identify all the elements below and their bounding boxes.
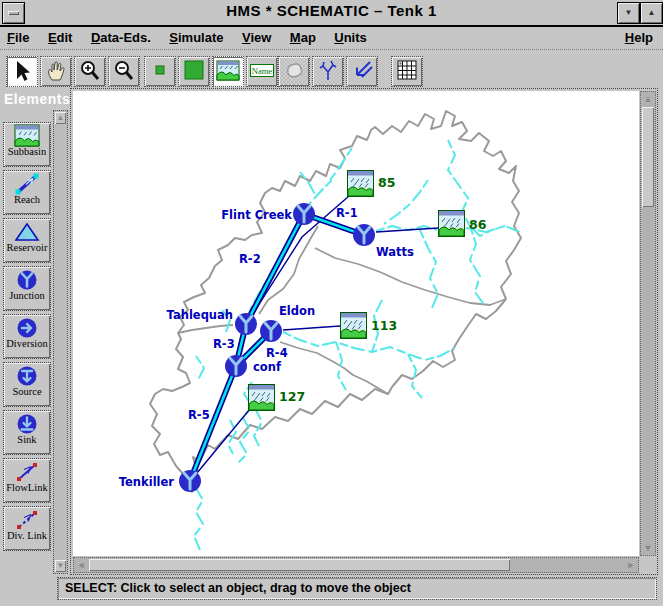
small-green-square-icon xyxy=(147,58,173,83)
tool-subbasin[interactable]: Subbasin xyxy=(3,122,51,167)
flowlink-line[interactable] xyxy=(283,326,340,330)
tool-label: Junction xyxy=(4,290,50,301)
diversion-tool-icon xyxy=(14,316,40,340)
vertical-scroll-thumb[interactable] xyxy=(642,107,654,207)
window-title: HMS * SCHEMATIC – Tenk 1 xyxy=(0,2,663,19)
tool-junction[interactable]: Junction xyxy=(3,266,51,311)
subbasin-label-127: 127 xyxy=(279,389,305,404)
map-image-toggle-button[interactable] xyxy=(212,56,244,87)
flowlink-line[interactable] xyxy=(376,228,438,232)
window-menu-button[interactable] xyxy=(2,2,25,24)
tool-flowlink[interactable]: FlowLink xyxy=(3,458,51,503)
tool-label: Subbasin xyxy=(4,146,50,157)
tool-label: Sink xyxy=(4,434,50,445)
select-arrow-icon xyxy=(9,58,35,83)
table-tool-button[interactable] xyxy=(391,56,423,87)
subbasin-fill-large-button[interactable] xyxy=(178,56,210,87)
canvas-vertical-scrollbar[interactable]: ▲ ▼ xyxy=(640,91,656,556)
source-tool-icon xyxy=(14,364,40,388)
canvas-horizontal-scrollbar[interactable]: ◄ ► xyxy=(73,557,639,573)
menu-data-eds[interactable]: Data-Eds. xyxy=(84,27,158,47)
hand-icon xyxy=(43,58,69,83)
basin-boundary-toggle-button[interactable] xyxy=(278,56,310,87)
diversion-link-tool-icon xyxy=(14,508,40,532)
junction-label: Tahlequah xyxy=(167,308,233,322)
window-menu-icon xyxy=(8,11,19,15)
scroll-up-icon[interactable]: ▲ xyxy=(641,92,655,106)
tool-reservoir[interactable]: Reservoir xyxy=(3,218,51,263)
scroll-up-icon[interactable]: ▲ xyxy=(55,112,66,124)
maximize-icon: ▲ xyxy=(648,8,656,17)
pan-tool-button[interactable] xyxy=(40,56,72,87)
elements-panel-scrollbar[interactable]: ▲ ▼ xyxy=(53,110,68,574)
subbasin-icon-127[interactable] xyxy=(249,385,275,411)
river-tree-icon xyxy=(315,58,341,83)
select-tool-button[interactable] xyxy=(6,56,38,87)
subbasin-label-86: 86 xyxy=(469,217,487,232)
menu-edit[interactable]: Edit xyxy=(41,27,80,47)
zoom-out-tool-button[interactable] xyxy=(108,56,140,87)
reservoir-tool-icon xyxy=(14,220,40,244)
subbasin-icon-86[interactable] xyxy=(439,211,465,237)
zoom-out-icon xyxy=(111,58,137,83)
reach-label-r-2: R-2 xyxy=(239,252,261,266)
elements-panel-title: Elements xyxy=(4,91,70,107)
name-labels-toggle-button[interactable]: Name xyxy=(246,56,278,87)
status-bar: SELECT: Click to select an object, drag … xyxy=(57,577,657,600)
reach-core-r-5 xyxy=(190,366,236,481)
tool-reach[interactable]: Reach xyxy=(3,170,51,215)
junction-label: Eldon xyxy=(279,304,315,318)
boundary-blob-icon xyxy=(281,58,307,83)
svg-text:Name: Name xyxy=(252,66,273,76)
junction-tool-icon xyxy=(14,268,40,292)
sink-tool-icon xyxy=(14,412,40,436)
scroll-down-icon[interactable]: ▼ xyxy=(641,541,655,555)
schematic-canvas-frame: R-1R-2R-3R-4R-5Flint CreekWattsTahlequah… xyxy=(70,88,658,575)
subbasin-fill-small-button[interactable] xyxy=(144,56,176,87)
junction-label: Flint Creek xyxy=(221,208,292,222)
scroll-right-icon[interactable]: ► xyxy=(624,558,638,572)
tool-sink[interactable]: Sink xyxy=(3,410,51,455)
scroll-down-icon[interactable]: ▼ xyxy=(55,560,66,572)
grid-table-icon xyxy=(394,58,420,83)
subbasin-label-85: 85 xyxy=(378,175,395,190)
minimize-button[interactable]: ▼ xyxy=(617,2,640,24)
name-labels-icon: Name xyxy=(249,58,275,83)
zoom-in-icon xyxy=(77,58,103,83)
toolbar: Name xyxy=(0,50,663,88)
tool-label: Reservoir xyxy=(4,242,50,253)
horizontal-scroll-thumb[interactable] xyxy=(89,559,510,571)
menu-view[interactable]: View xyxy=(235,27,278,47)
schematic-canvas[interactable]: R-1R-2R-3R-4R-5Flint CreekWattsTahlequah… xyxy=(73,91,639,556)
tool-divlink[interactable]: Div. Link xyxy=(3,506,51,551)
menu-simulate[interactable]: Simulate xyxy=(162,27,230,47)
tool-diversion[interactable]: Diversion xyxy=(3,314,51,359)
tool-label: FlowLink xyxy=(4,482,50,493)
tool-source[interactable]: Source xyxy=(3,362,51,407)
subbasin-icon-85[interactable] xyxy=(348,171,374,197)
menu-units[interactable]: Units xyxy=(327,27,374,47)
junction-label: Tenkiller xyxy=(119,475,175,489)
minimize-icon: ▼ xyxy=(625,8,633,17)
reach-label-r-3: R-3 xyxy=(213,337,235,351)
subbasin-icon-113[interactable] xyxy=(341,313,367,339)
menu-file[interactable]: File xyxy=(0,27,36,47)
subbasin-tool-icon xyxy=(14,124,40,148)
menu-help[interactable]: Help xyxy=(618,27,660,47)
reach-label-r-4: R-4 xyxy=(266,346,288,360)
menu-map[interactable]: Map xyxy=(283,27,323,47)
zoom-in-tool-button[interactable] xyxy=(74,56,106,87)
tool-label: Source xyxy=(4,386,50,397)
tool-label: Div. Link xyxy=(4,530,50,541)
tool-label: Reach xyxy=(4,194,50,205)
large-green-square-icon xyxy=(181,58,207,83)
maximize-button[interactable]: ▲ xyxy=(640,2,663,24)
flow-arrow-icon xyxy=(349,58,375,83)
scroll-left-icon[interactable]: ◄ xyxy=(74,558,88,572)
river-network-toggle-button[interactable] xyxy=(312,56,344,87)
menubar: File Edit Data-Eds. Simulate View Map Un… xyxy=(0,27,663,50)
reach-label-r-5: R-5 xyxy=(188,408,210,422)
junction-label: conf xyxy=(253,360,282,374)
flow-direction-toggle-button[interactable] xyxy=(346,56,378,87)
tool-label: Diversion xyxy=(4,338,50,349)
